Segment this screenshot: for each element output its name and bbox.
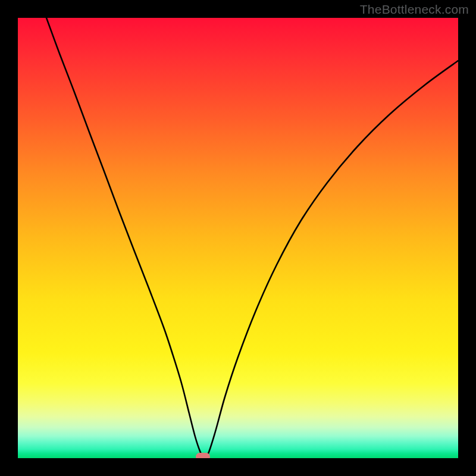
watermark-text: TheBottleneck.com: [360, 2, 469, 17]
bottleneck-curve: [18, 18, 458, 458]
plot-area: [18, 18, 458, 458]
minimum-marker: [196, 453, 210, 458]
